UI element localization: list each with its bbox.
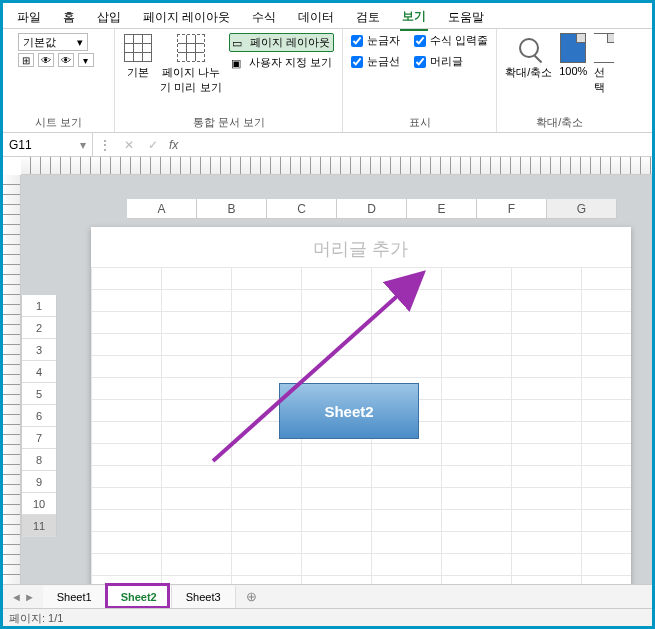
name-box-value: G11 [9,138,32,152]
ruler-vertical[interactable] [3,175,21,584]
view-pagebreak-button[interactable]: 페이지 나누기 미리 보기 [159,33,223,95]
menu-bar: 파일 홈 삽입 페이지 레이아웃 수식 데이터 검토 보기 도움말 [3,3,652,29]
page-area: 머리글 추가 Sheet2 [21,175,652,584]
status-bar: 페이지: 1/1 [3,608,652,626]
group-sheet-view: 기본값 ▾ ⊞ 👁 👁 ▾ 시트 보기 [3,29,115,132]
ribbon: 기본값 ▾ ⊞ 👁 👁 ▾ 시트 보기 기본 페이지 나누기 미리 보기 [3,29,652,133]
view-normal-button[interactable]: 기본 [123,33,153,80]
view-pagelayout-button[interactable]: ▭ 페이지 레이아웃 [229,33,334,52]
zoom-selection-icon [594,33,614,63]
exit-view-icon[interactable]: 👁 [38,53,54,67]
group-label-zoom: 확대/축소 [536,113,583,130]
sheet-tab-1[interactable]: Sheet1 [43,586,107,608]
magnifier-icon [514,33,544,63]
zoom-selection-label: 선택 [594,65,614,95]
zoom-selection-button[interactable]: 선택 [594,33,614,95]
group-show: 눈금자 수식 입력줄 눈금선 머리글 표시 [343,29,497,132]
chk-formula-bar[interactable]: 수식 입력줄 [414,33,488,48]
menu-insert[interactable]: 삽입 [95,5,123,30]
tab-nav-next-icon[interactable]: ► [24,591,35,603]
new-view-icon[interactable]: 👁 [58,53,74,67]
sheet-view-dropdown[interactable]: 기본값 ▾ [18,33,88,51]
menu-file[interactable]: 파일 [15,5,43,30]
chk-ruler[interactable]: 눈금자 [351,33,400,48]
zoom-100-label: 100% [559,65,587,77]
cancel-button[interactable]: ✕ [117,138,141,152]
chevron-down-icon: ▾ [80,138,86,152]
menu-data[interactable]: 데이터 [296,5,336,30]
sheet-tab-bar: ◄ ► Sheet1 Sheet2 Sheet3 ⊕ [3,584,652,608]
new-sheet-button[interactable]: ⊕ [236,589,267,604]
enter-button[interactable]: ✓ [141,138,165,152]
pagebreak-icon [176,33,206,63]
menu-home[interactable]: 홈 [61,5,77,30]
formula-bar-row: G11 ▾ ⋮ ✕ ✓ fx [3,133,652,157]
fx-icon[interactable]: fx [165,138,182,152]
status-page: 페이지: 1/1 [9,612,63,624]
formula-input[interactable] [182,133,652,156]
grid-icon [123,33,153,63]
customview-icon: ▣ [231,57,245,69]
menu-formulas[interactable]: 수식 [250,5,278,30]
view-custom-label: 사용자 지정 보기 [249,55,332,70]
view-pagelayout-label: 페이지 레이아웃 [250,35,330,50]
work-area: A B C D E F G 1 2 3 4 5 6 7 8 9 10 11 머리… [3,175,652,584]
zoom-100-button[interactable]: 100% [558,33,588,77]
name-box[interactable]: G11 ▾ [3,133,93,156]
view-pagebreak-label: 페이지 나누기 미리 보기 [159,65,223,95]
sheet-tab-2[interactable]: Sheet2 [107,586,172,608]
shape-text: Sheet2 [324,403,373,420]
goto-button[interactable]: ⋮ [93,138,117,152]
sheet-tab-3[interactable]: Sheet3 [172,586,236,608]
sheet-name-shape[interactable]: Sheet2 [279,383,419,439]
menu-review[interactable]: 검토 [354,5,382,30]
zoom-label: 확대/축소 [505,65,552,80]
chevron-down-icon: ▾ [77,36,83,49]
zoom-button[interactable]: 확대/축소 [505,33,552,80]
group-workbook-views: 기본 페이지 나누기 미리 보기 ▭ 페이지 레이아웃 ▣ 사용자 지정 보기 … [115,29,343,132]
menu-view[interactable]: 보기 [400,4,428,31]
view-normal-label: 기본 [127,65,149,80]
sheet-view-value: 기본값 [23,35,56,50]
group-label-show: 표시 [409,113,431,130]
hundred-icon [558,33,588,63]
chk-headings[interactable]: 머리글 [414,54,463,69]
chk-gridlines[interactable]: 눈금선 [351,54,400,69]
group-zoom: 확대/축소 100% 선택 확대/축소 [497,29,622,132]
options-view-icon[interactable]: ▾ [78,53,94,67]
menu-pagelayout[interactable]: 페이지 레이아웃 [141,5,232,30]
tab-nav-prev-icon[interactable]: ◄ [11,591,22,603]
header-placeholder[interactable]: 머리글 추가 [91,237,631,261]
menu-help[interactable]: 도움말 [446,5,486,30]
view-custom-button[interactable]: ▣ 사용자 지정 보기 [229,54,334,71]
keep-view-icon[interactable]: ⊞ [18,53,34,67]
group-label-workbook-views: 통합 문서 보기 [193,113,265,130]
ruler-horizontal[interactable] [21,157,652,175]
group-label-sheet-view: 시트 보기 [35,113,82,130]
pagelayout-icon: ▭ [232,37,246,49]
